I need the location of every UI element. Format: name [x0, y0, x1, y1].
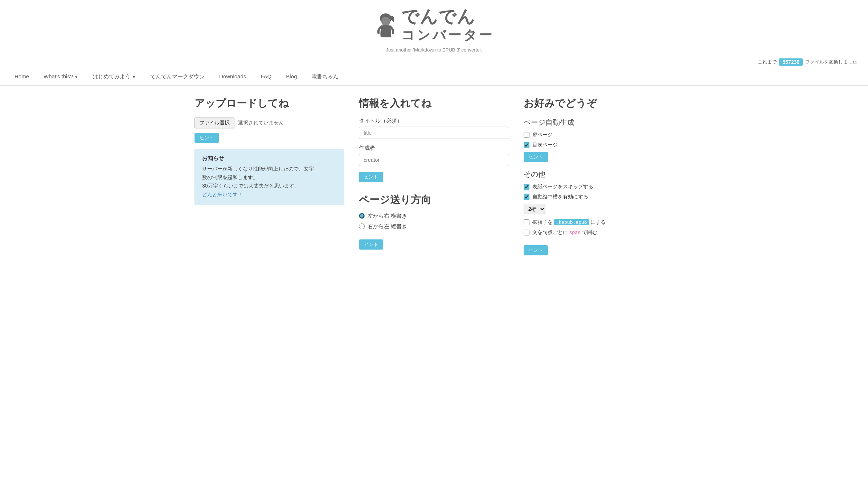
- logo-text: でんでん コンバーター: [401, 7, 494, 44]
- span-code: span: [569, 230, 581, 235]
- checkbox-tobira-label: 扉ページ: [532, 132, 553, 138]
- file-upload-row: ファイル選択 選択されていません: [195, 118, 344, 128]
- nav-item-whats-this[interactable]: What's this?▼: [36, 68, 85, 85]
- checkbox-tobira-input[interactable]: [524, 132, 529, 138]
- checkbox-toc-label: 目次ページ: [532, 142, 558, 148]
- nav-item-faq[interactable]: FAQ: [253, 68, 279, 85]
- logo-container: でんでん コンバーター: [0, 7, 868, 44]
- radio-ltr-label: 左から右 横書き: [368, 213, 407, 219]
- nav-link-downloads[interactable]: Downloads: [212, 68, 253, 85]
- info-section: 情報を入れてね タイトル（必須） 作成者 ヒント ページ送り方向 左から右 横書…: [359, 96, 523, 255]
- checkbox-skip-cover: 表紙ページをスキップする: [524, 184, 673, 190]
- radio-rtl-input[interactable]: [359, 223, 365, 229]
- nav-link-blog[interactable]: Blog: [279, 68, 304, 85]
- logo-icon: [374, 12, 398, 39]
- auto-page-heading: ページ自動生成: [524, 118, 673, 127]
- checkbox-tatenakayoko-label: 自動縦中横を有効にする: [532, 194, 588, 200]
- nav-link-hajimete[interactable]: はじめてみよう▼: [85, 68, 143, 85]
- checkbox-toc-input[interactable]: [524, 142, 529, 148]
- header-subtitle: Just another 'Markdown to EPUB 3' conver…: [0, 47, 868, 53]
- nav-item-home[interactable]: Home: [7, 68, 36, 85]
- nav-item-blog[interactable]: Blog: [279, 68, 304, 85]
- extension-code: .kepub.epub: [554, 219, 589, 225]
- chevron-down-icon: ▼: [132, 75, 136, 79]
- checkbox-tobira: 扉ページ: [524, 132, 673, 138]
- nav-link-faq[interactable]: FAQ: [253, 68, 279, 85]
- title-label: タイトル（必須）: [359, 118, 509, 124]
- radio-ltr-input[interactable]: [359, 213, 365, 219]
- digit-select[interactable]: 1桁 2桁 3桁: [524, 204, 545, 214]
- checkbox-extension-input[interactable]: [524, 219, 529, 225]
- other-hint-button[interactable]: ヒント: [524, 245, 548, 255]
- checkbox-extension-label: 拡張子を .kepub.epub にする: [532, 219, 606, 226]
- upload-hint-button[interactable]: ヒント: [195, 133, 219, 143]
- file-no-selection-label: 選択されていません: [238, 120, 284, 126]
- main-content: アップロードしてね ファイル選択 選択されていません ヒント お知らせ サーバー…: [180, 86, 688, 266]
- radio-rtl-label: 右から左 縦書き: [368, 223, 407, 230]
- auto-page-hint-button[interactable]: ヒント: [524, 152, 548, 162]
- nav-link-home[interactable]: Home: [7, 68, 36, 85]
- creator-label: 作成者: [359, 145, 509, 152]
- page-direction-heading: ページ送り方向: [359, 193, 509, 207]
- page-dir-hint-button[interactable]: ヒント: [359, 239, 383, 250]
- notice-line-3: 30万字くらいまでは大丈夫だと思います。: [202, 183, 299, 189]
- checkbox-extension: 拡張子を .kepub.epub にする: [524, 219, 673, 226]
- radio-rtl: 右から左 縦書き: [359, 223, 509, 230]
- checkbox-skip-cover-input[interactable]: [524, 184, 529, 190]
- checkbox-wrap-span-input[interactable]: [524, 230, 529, 235]
- upload-heading: アップロードしてね: [195, 96, 344, 110]
- upload-section: アップロードしてね ファイル選択 選択されていません ヒント お知らせ サーバー…: [195, 96, 359, 255]
- options-heading: お好みでどうぞ: [524, 96, 673, 110]
- creator-input[interactable]: [359, 154, 509, 166]
- info-heading: 情報を入れてね: [359, 96, 509, 110]
- file-choose-button[interactable]: ファイル選択: [195, 118, 234, 128]
- nav-item-hajimete[interactable]: はじめてみよう▼: [85, 68, 143, 85]
- checkbox-tatenakayoko: 自動縦中横を有効にする: [524, 194, 673, 200]
- options-section: お好みでどうぞ ページ自動生成 扉ページ 目次ページ ヒント その他 表紙ページ…: [524, 96, 673, 255]
- notice-box: お知らせ サーバーが新しくなり性能が向上したので、文字 数の制限を緩和します。 …: [195, 149, 344, 205]
- checkbox-skip-cover-label: 表紙ページをスキップする: [532, 184, 593, 190]
- checkbox-wrap-span-label: 文を句点ごとに span で囲む: [532, 229, 597, 236]
- notice-line-1: サーバーが新しくなり性能が向上したので、文字: [202, 166, 314, 172]
- digit-select-row: 1桁 2桁 3桁: [524, 204, 673, 214]
- counter-badge: 557230: [779, 58, 803, 66]
- counter-suffix: ファイルを変換しました: [805, 59, 857, 65]
- checkbox-toc: 目次ページ: [524, 142, 673, 148]
- other-options-heading: その他: [524, 169, 673, 179]
- nav-link-whats-this[interactable]: What's this?▼: [36, 68, 85, 85]
- info-hint-button[interactable]: ヒント: [359, 172, 383, 182]
- svg-point-1: [381, 17, 390, 26]
- counter-bar: これまで 557230 ファイルを変換しました: [0, 56, 868, 68]
- radio-ltr: 左から右 横書き: [359, 213, 509, 219]
- header: でんでん コンバーター Just another 'Markdown to EP…: [0, 0, 868, 56]
- main-nav: Home What's this?▼ はじめてみよう▼ でんでんマークダウン D…: [0, 68, 868, 86]
- title-input[interactable]: [359, 127, 509, 139]
- nav-link-densho[interactable]: 電書ちゃん: [304, 68, 346, 85]
- chevron-down-icon: ▼: [74, 75, 78, 79]
- notice-link[interactable]: どんと来いです！: [202, 192, 243, 197]
- nav-item-densho[interactable]: 電書ちゃん: [304, 68, 346, 85]
- counter-prefix: これまで: [758, 59, 777, 65]
- checkbox-wrap-span: 文を句点ごとに span で囲む: [524, 229, 673, 236]
- notice-line-2: 数の制限を緩和します。: [202, 174, 258, 180]
- nav-item-downloads[interactable]: Downloads: [212, 68, 253, 85]
- nav-item-markdown[interactable]: でんでんマークダウン: [143, 68, 212, 85]
- nav-link-markdown[interactable]: でんでんマークダウン: [143, 68, 212, 85]
- notice-title: お知らせ: [202, 155, 337, 162]
- notice-text: サーバーが新しくなり性能が向上したので、文字 数の制限を緩和します。 30万字く…: [202, 165, 337, 199]
- checkbox-tatenakayoko-input[interactable]: [524, 194, 529, 200]
